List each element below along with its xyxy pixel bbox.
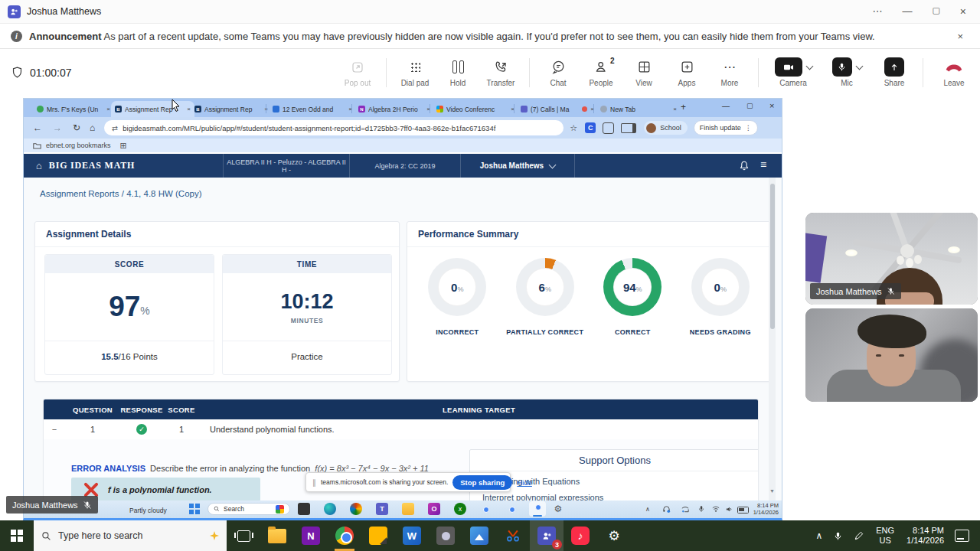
video-tile-presenter[interactable]: Joshua Matthews [805,213,978,305]
tab-video-conference[interactable]: Video Conferenc × [433,101,518,117]
video-tile-participant[interactable] [805,308,978,402]
tray-pen-icon[interactable] [854,530,864,541]
tab-assignment-report-active[interactable]: B Assignment Rep × [111,101,194,117]
extension-c-icon[interactable]: C [585,122,596,133]
profile-button[interactable]: School [644,121,688,135]
new-tab-button[interactable]: + [681,102,686,112]
toast-grip-icon[interactable]: ∥ [312,478,316,487]
taskbar-search-box[interactable]: Type here to search [34,520,227,551]
inner-mic-icon[interactable] [697,504,705,514]
hide-toast-link[interactable]: Hide [517,478,532,487]
tab-close-icon[interactable]: × [673,106,677,112]
notifications-bell-icon[interactable] [739,160,750,171]
system-clock[interactable]: 8:14 PM1/14/2026 [906,526,944,546]
window-restore-button[interactable]: ▢ [932,5,939,18]
sticky-notes-icon[interactable] [361,520,395,551]
extensions-icon[interactable] [603,122,614,134]
tab-12-even-odd[interactable]: 12 Even Odd and × [269,101,356,117]
chrome-icon[interactable] [328,520,361,551]
window-minimize-button[interactable]: — [902,5,912,18]
more-button[interactable]: ⋯ More [710,55,749,90]
chat-button[interactable]: Chat [539,55,577,90]
task-view-button[interactable] [227,520,260,551]
scrollbar-thumb[interactable] [770,184,775,329]
inner-folder-icon[interactable] [402,503,414,515]
camera-options-chevron-icon[interactable] [805,62,813,70]
bookmarks-folder-label[interactable]: ebnet.org bookmarks [46,142,111,149]
bim-home-icon[interactable]: ⌂ [36,160,42,171]
inner-battery-icon[interactable] [737,507,749,514]
start-button[interactable] [0,520,34,551]
mic-button[interactable]: Mic [823,55,871,90]
inner-settings-gear-icon[interactable]: ⚙ [552,503,564,515]
hold-button[interactable]: Hold [439,55,477,90]
share-button[interactable]: Share [875,55,913,90]
word-icon[interactable]: W [395,520,429,551]
tab-mrs-fs-keys[interactable]: Mrs. F's Keys (Un × [33,101,114,117]
action-center-icon[interactable] [955,530,969,542]
row-expander[interactable]: − [44,425,65,434]
teams-taskbar-icon[interactable]: 3 [530,520,564,551]
inner-search-box[interactable]: Search [207,503,290,515]
bim-nav-course[interactable]: Algebra 2: CC 2019 [349,154,460,178]
home-button[interactable]: ⌂ [90,122,95,133]
bim-brand[interactable]: BIG IDEAS MATH [49,160,135,171]
finish-update-button[interactable]: Finish update ⋮ [694,120,758,135]
leave-button[interactable]: Leave [933,55,975,90]
inner-edge-icon[interactable] [324,503,336,515]
camera-button[interactable]: Camera [768,55,818,90]
inner-clock[interactable]: 8:14 PM1/14/2026 [751,503,779,516]
music-app-icon[interactable]: ♪ [564,520,597,551]
back-button[interactable]: ← [33,122,42,133]
snipping-tool-icon[interactable] [496,520,530,551]
inner-copilot-icon[interactable] [350,503,362,515]
mic-options-chevron-icon[interactable] [855,62,863,70]
inner-outlook-icon[interactable]: O [428,503,440,515]
bookmarks-apps-icon[interactable]: ⊞ [120,141,127,151]
stop-sharing-button[interactable]: Stop sharing [452,475,512,490]
inner-cast-icon[interactable] [681,505,690,514]
bim-nav-class[interactable]: ALGEBRA II H - Peluzzo - ALGEBRA II H - [223,154,349,178]
inner-xbox-icon[interactable]: x [454,503,466,515]
window-more-button[interactable]: ⋯ [872,5,882,18]
tray-mic-icon[interactable] [833,530,843,542]
camera-app-icon[interactable] [429,520,462,551]
browser-scrollbar[interactable]: ▼ [769,178,776,500]
breadcrumb[interactable]: Assignment Reports / 4.1, 4.8 HW (Copy) [40,189,202,198]
dial-pad-button[interactable]: Dial pad [396,55,434,90]
bim-menu-icon[interactable]: ≡ [760,158,766,171]
reload-button[interactable]: ↻ [73,122,80,133]
inner-tray-chevron-icon[interactable]: ∧ [645,506,650,513]
support-item[interactable]: Reasoning with Equations [470,471,759,486]
forward-button[interactable]: → [53,122,62,133]
pop-out-button[interactable]: Pop out [338,55,377,90]
bim-user-menu[interactable]: Joshua Matthews [460,154,575,178]
view-button[interactable]: View [625,55,663,90]
tray-chevron-icon[interactable]: ∧ [815,530,822,541]
window-close-button[interactable]: × [960,5,966,18]
people-button[interactable]: 2 People [582,55,620,90]
scrollbar-down-arrow-icon[interactable]: ▼ [769,488,775,494]
inner-teams-icon[interactable]: T [376,503,388,515]
onenote-icon[interactable]: N [294,520,328,551]
inner-start-button[interactable] [189,504,200,514]
photos-icon[interactable] [462,520,496,551]
inner-headset-icon[interactable] [662,505,671,514]
side-panel-icon[interactable] [621,123,636,133]
browser-close-button[interactable]: × [769,101,774,110]
address-bar[interactable]: ⇄ bigideasmath.com/MRL/public/app/#/stud… [104,120,564,135]
tab-algebra-2h[interactable]: N Algebra 2H Perio × [354,101,434,117]
browser-maximize-button[interactable]: ▢ [746,102,753,109]
bookmark-star-icon[interactable]: ☆ [570,123,577,133]
transfer-button[interactable]: Transfer [482,55,520,90]
browser-minimize-button[interactable]: — [722,102,730,110]
settings-gear-icon[interactable]: ⚙ [597,520,631,551]
tab-teams-calls[interactable]: (7) Calls | Ma × [517,101,598,117]
tab-close-icon[interactable]: × [106,106,110,112]
table-row[interactable]: − 1 ✓ 1 Understand polynomial functions. [44,419,758,440]
announcement-close-icon[interactable]: × [957,31,969,42]
support-item[interactable]: Interpret polynomial expressions [470,486,759,502]
inner-app-icon[interactable] [298,503,310,515]
tab-new-tab[interactable]: New Tab × [596,101,681,117]
inner-chrome-profile-3-active[interactable] [529,501,546,517]
